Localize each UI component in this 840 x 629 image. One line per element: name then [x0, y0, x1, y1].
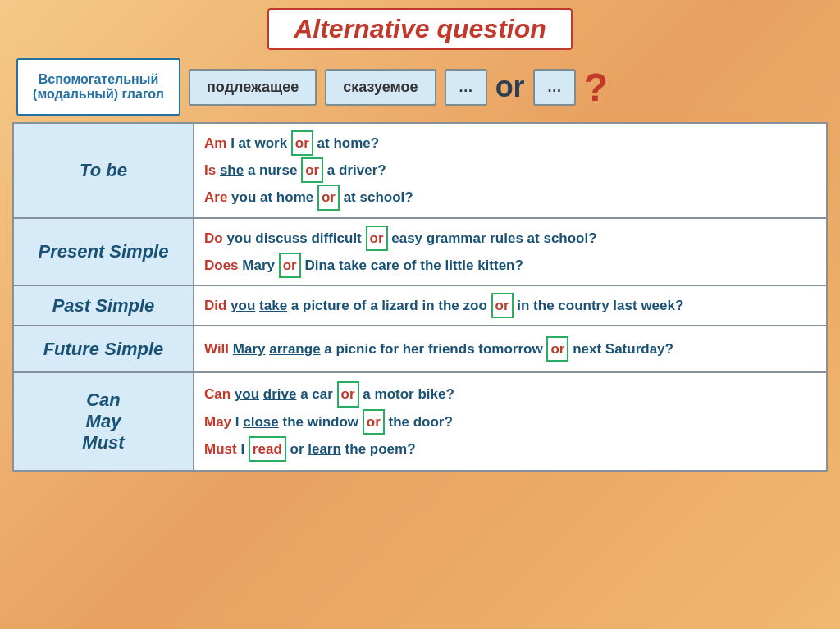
or-word: or [491, 293, 514, 318]
auxiliary-verb: May [204, 414, 235, 430]
auxiliary-verb: Will [204, 341, 233, 357]
header-row: Вспомогательный (модальный) глагол подле… [12, 58, 828, 116]
example-line: Does Mary or Dina take care of the littl… [204, 253, 816, 278]
question-mark: ? [584, 65, 608, 110]
dots2-box: … [533, 69, 576, 106]
underlined-word: Dina [304, 258, 335, 273]
category-cell: Future Simple [13, 326, 194, 372]
text-part: a car [296, 386, 336, 402]
aux-verb-label: Вспомогательный (модальный) глагол [28, 72, 169, 102]
auxiliary-verb: Are [204, 189, 231, 205]
auxiliary-verb: Do [204, 230, 226, 246]
text-part: in the country last week? [514, 298, 684, 313]
aux-verb-box: Вспомогательный (модальный) глагол [16, 58, 180, 116]
subject-label: подлежащее [207, 79, 299, 95]
auxiliary-verb: Does [204, 258, 242, 273]
text-part: I [235, 414, 240, 430]
dots1-label: … [459, 79, 473, 95]
subject-box: подлежащее [189, 69, 317, 106]
underlined-word: Mary [233, 341, 266, 357]
example-line: Can you drive a car or a motor bike? [204, 381, 816, 407]
underlined-word: take care [339, 258, 399, 273]
text-part: a driver? [323, 162, 386, 178]
or-word: or [279, 253, 301, 278]
dots2-label: … [547, 79, 562, 95]
dots1-box: … [445, 69, 487, 106]
text-part: at work [235, 135, 291, 151]
or-word: or [366, 226, 388, 251]
underlined-word: you [235, 386, 259, 402]
auxiliary-verb: Is [204, 162, 220, 178]
example-line: Am I at work or at home? [204, 130, 816, 156]
predicate-label: сказуемое [343, 79, 418, 95]
example-cell: Do you discuss difficult or easy grammar… [194, 218, 827, 285]
text-part: the window [279, 414, 363, 430]
category-cell: Past Simple [13, 285, 194, 326]
title-container: Alternative question [12, 8, 828, 50]
page-wrapper: Alternative question Вспомогательный (мо… [0, 0, 840, 629]
main-table: To beAm I at work or at home?Is she a nu… [12, 122, 828, 472]
auxiliary-verb: Can [204, 386, 235, 402]
text-part: at home? [313, 135, 379, 151]
example-line: Must I read or learn the poem? [204, 436, 816, 462]
example-cell: Did you take a picture of a lizard in th… [194, 285, 827, 326]
category-cell: To be [13, 123, 194, 218]
example-cell: Can you drive a car or a motor bike?May … [194, 372, 827, 471]
text-part: a motor bike? [359, 386, 454, 402]
or-word: or [363, 409, 385, 435]
example-line: Do you discuss difficult or easy grammar… [204, 226, 816, 251]
auxiliary-verb: Did [204, 298, 231, 313]
text-part: the door? [385, 414, 453, 430]
underlined-word: arrange [269, 341, 320, 357]
or-word: or [291, 130, 313, 156]
category-cell: Present Simple [13, 218, 194, 285]
text-part: a picnic for her friends tomorrow [321, 341, 547, 357]
example-cell: Will Mary arrange a picnic for her frien… [194, 326, 827, 372]
text-part: a nurse [244, 162, 301, 178]
text-part: at home [256, 189, 317, 205]
or-word: or [546, 336, 568, 362]
predicate-box: сказуемое [325, 69, 436, 106]
underlined-word: take [259, 298, 287, 313]
text-part: difficult [308, 230, 366, 246]
or-word: read [249, 436, 286, 462]
text-part: the poem? [341, 441, 416, 457]
category-cell: CanMayMust [13, 372, 194, 471]
underlined-word: you [231, 298, 255, 313]
text-part: or [286, 441, 308, 457]
text-part: next Saturday? [568, 341, 673, 357]
text-part: a picture of a lizard in the zoo [287, 298, 491, 313]
or-word: or [317, 185, 340, 210]
underlined-word: she [220, 162, 244, 178]
or-label: or [495, 70, 525, 104]
underlined-word: Mary [242, 258, 275, 273]
example-line: Is she a nurse or a driver? [204, 157, 816, 183]
or-word: or [337, 381, 359, 407]
or-word: or [301, 157, 323, 183]
example-cell: Am I at work or at home?Is she a nurse o… [194, 123, 827, 218]
example-line: Will Mary arrange a picnic for her frien… [204, 336, 816, 362]
underlined-word: you [231, 189, 256, 205]
title-box: Alternative question [267, 8, 573, 50]
text-part: at school? [340, 189, 413, 205]
example-line: May I close the window or the door? [204, 409, 816, 435]
underlined-word: drive [263, 386, 297, 402]
underlined-word: close [243, 414, 278, 430]
text-part: easy grammar rules at school? [388, 230, 597, 246]
auxiliary-verb: Must [204, 441, 240, 457]
underlined-word: discuss [255, 230, 307, 246]
example-line: Did you take a picture of a lizard in th… [204, 293, 816, 318]
underlined-word: you [226, 230, 251, 246]
underlined-word: learn [308, 441, 341, 457]
example-line: Are you at home or at school? [204, 185, 816, 210]
auxiliary-verb: Am [204, 135, 231, 151]
page-title: Alternative question [294, 14, 546, 43]
text-part: of the little kitten? [399, 258, 523, 273]
